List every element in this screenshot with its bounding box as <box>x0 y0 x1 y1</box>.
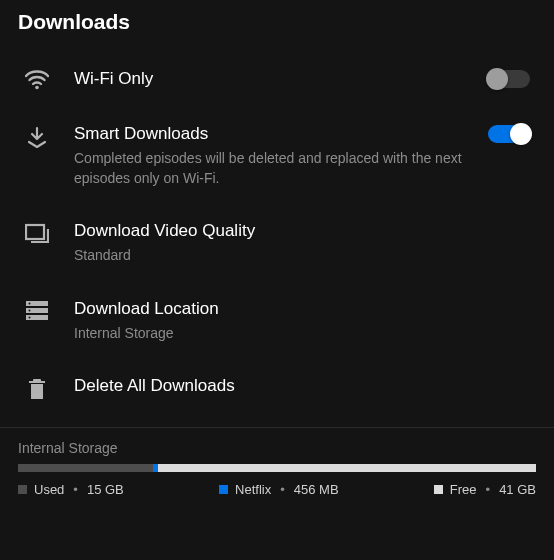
legend-free-label: Free <box>450 482 477 497</box>
row-delete-all[interactable]: Delete All Downloads <box>0 359 554 417</box>
svg-point-7 <box>29 316 31 318</box>
legend-free-value: 41 GB <box>499 482 536 497</box>
smart-downloads-toggle[interactable] <box>488 125 530 143</box>
smart-download-icon <box>22 123 52 149</box>
smart-downloads-label: Smart Downloads <box>74 123 476 146</box>
legend-used-label: Used <box>34 482 64 497</box>
delete-all-label: Delete All Downloads <box>74 375 518 398</box>
svg-point-6 <box>29 309 31 311</box>
storage-title: Internal Storage <box>18 440 536 456</box>
row-wifi-only[interactable]: Wi-Fi Only <box>0 52 554 107</box>
row-smart-downloads[interactable]: Smart Downloads Completed episodes will … <box>0 107 554 205</box>
download-location-label: Download Location <box>74 298 518 321</box>
row-video-quality[interactable]: Download Video Quality Standard <box>0 204 554 281</box>
svg-rect-1 <box>26 225 44 239</box>
swatch-app <box>219 485 228 494</box>
legend-used-value: 15 GB <box>87 482 124 497</box>
header: Downloads <box>0 0 554 52</box>
legend-app-value: 456 MB <box>294 482 339 497</box>
storage-legend: Used • 15 GB Netflix • 456 MB Free • 41 … <box>18 482 536 497</box>
storage-icon <box>22 298 52 320</box>
storage-seg-used <box>18 464 153 472</box>
video-quality-label: Download Video Quality <box>74 220 518 243</box>
storage-section: Internal Storage Used • 15 GB Netflix • … <box>0 428 554 497</box>
svg-point-0 <box>35 86 39 90</box>
row-download-location[interactable]: Download Location Internal Storage <box>0 282 554 359</box>
smart-downloads-desc: Completed episodes will be deleted and r… <box>74 148 476 189</box>
svg-point-5 <box>29 302 31 304</box>
legend-app-label: Netflix <box>235 482 271 497</box>
storage-bar <box>18 464 536 472</box>
video-quality-value: Standard <box>74 245 518 265</box>
page-title: Downloads <box>18 10 536 34</box>
wifi-only-toggle[interactable] <box>488 70 530 88</box>
legend-used: Used • 15 GB <box>18 482 124 497</box>
video-quality-icon <box>22 220 52 244</box>
wifi-icon <box>22 68 52 90</box>
storage-seg-free <box>158 464 536 472</box>
download-location-value: Internal Storage <box>74 323 518 343</box>
legend-app: Netflix • 456 MB <box>219 482 339 497</box>
wifi-only-label: Wi-Fi Only <box>74 68 476 91</box>
swatch-used <box>18 485 27 494</box>
trash-icon <box>22 375 52 401</box>
legend-free: Free • 41 GB <box>434 482 536 497</box>
settings-list: Wi-Fi Only Smart Downloads Completed epi… <box>0 52 554 417</box>
swatch-free <box>434 485 443 494</box>
